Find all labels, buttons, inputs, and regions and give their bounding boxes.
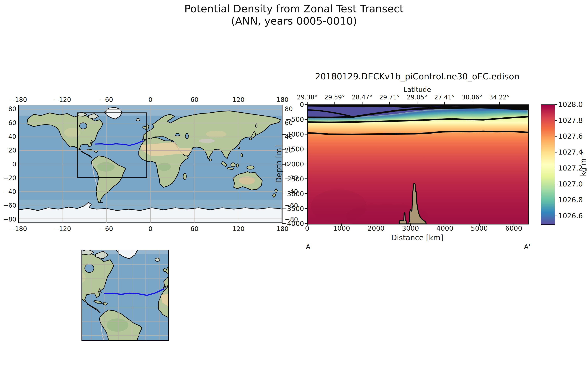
section-y-tick-label: −4000 [281, 220, 304, 227]
section-lat-tick-label: 34.22° [489, 94, 510, 101]
distance-axis-label: Distance [km] [391, 233, 443, 242]
section-y-tick-label: −500 [286, 115, 304, 123]
colorbar-tick-mark [555, 136, 557, 136]
map-gridlines [19, 105, 282, 223]
colorbar-tick-mark [555, 168, 557, 168]
density-section-plot [308, 105, 528, 224]
map-lat-tick-left: 80 [8, 105, 16, 113]
map-lat-tick-left: 60 [8, 119, 16, 126]
map-transect-label-a-prime: A' [142, 136, 147, 143]
latitude-axis-label: Latitude [403, 86, 431, 93]
figure-canvas: Potential Density from Zonal Test Transe… [0, 0, 588, 374]
colorbar-tick-mark [555, 184, 557, 184]
section-lat-tick-mark [417, 102, 417, 104]
section-lat-tick-mark [499, 102, 500, 104]
map-lon-tick-bottom: 60 [190, 225, 199, 232]
map-lon-tick-bottom: −180 [10, 225, 27, 232]
section-y-tick-mark [304, 149, 307, 149]
section-lat-tick-mark [472, 102, 472, 104]
section-y-tick-mark [304, 178, 307, 179]
map-lat-tick-left: 20 [8, 146, 16, 154]
section-y-tick-label: −1500 [281, 145, 304, 153]
section-y-tick-label: 0 [300, 101, 304, 108]
zoom-map [82, 250, 168, 340]
section-x-tick-mark [410, 223, 411, 226]
section-x-tick-mark [445, 223, 445, 226]
colorbar-tick-mark [555, 120, 557, 121]
map-lon-tick-top: −120 [54, 96, 71, 103]
section-title: 20180129.DECKv1b_piControl.ne30_oEC.edis… [315, 72, 520, 82]
colorbar-tick-mark [555, 152, 557, 153]
colorbar-tick-label: 1026.8 [558, 196, 583, 204]
colorbar-tick-label: 1027.0 [558, 180, 583, 188]
section-x-tick-mark [376, 223, 376, 226]
map-lon-tick-bottom: −60 [100, 225, 113, 232]
section-y-tick-label: −2500 [281, 175, 304, 183]
map-lon-tick-bottom: 0 [148, 225, 153, 232]
section-y-tick-label: −1000 [281, 130, 304, 138]
figure-title: Potential Density from Zonal Test Transe… [0, 3, 588, 27]
section-y-tick-label: −3000 [281, 190, 304, 197]
section-y-tick-mark [304, 164, 307, 164]
section-y-tick-mark [304, 193, 307, 194]
map-lon-tick-top: 60 [190, 96, 199, 103]
section-lat-tick-label: 27.41° [434, 94, 455, 101]
map-lat-tick-left: −20 [3, 174, 16, 182]
map-lon-tick-top: 120 [232, 96, 244, 103]
colorbar-tick-label: 1027.6 [558, 132, 583, 140]
section-lat-tick-label: 28.47° [352, 94, 373, 101]
section-y-tick-mark [304, 119, 307, 120]
map-lat-tick-left: 0 [12, 160, 16, 168]
colorbar [541, 104, 555, 225]
section-y-tick-mark [304, 208, 307, 209]
map-lon-tick-top: 0 [148, 96, 153, 103]
map-lon-tick-top: −60 [100, 96, 113, 103]
colorbar-tick-label: 1027.4 [558, 148, 583, 156]
section-x-tick-mark [341, 223, 342, 226]
section-lat-tick-label: 29.05° [407, 94, 428, 101]
section-lat-tick-label: 29.38° [297, 94, 318, 101]
section-y-tick-label: −3500 [281, 205, 304, 212]
section-y-tick-mark [304, 134, 307, 135]
colorbar-tick-label: 1027.2 [558, 164, 583, 172]
world-map-frame [18, 105, 283, 223]
map-lat-tick-left: 40 [8, 133, 16, 140]
section-y-tick-label: −2000 [281, 160, 304, 168]
zoom-map-transect-label-a: A [98, 287, 102, 295]
map-transect-label-a: A [90, 139, 93, 145]
section-lat-tick-label: 29.59° [325, 94, 345, 101]
zoom-map-frame [82, 250, 169, 341]
section-lat-tick-mark [389, 102, 390, 104]
colorbar-tick-mark [555, 200, 557, 200]
map-lon-tick-bottom: 120 [232, 225, 244, 232]
section-x-tick-mark [479, 223, 480, 226]
section-lat-tick-label: 30.06° [462, 94, 483, 101]
map-lon-tick-top: 180 [277, 96, 289, 103]
colorbar-tick-label: 1028.0 [558, 100, 583, 109]
map-lat-tick-right: 80 [285, 105, 293, 113]
colorbar-tick-label: 1027.8 [558, 116, 583, 125]
colorbar-tick-label: 1026.6 [558, 212, 583, 220]
world-map [19, 105, 282, 223]
section-lat-tick-mark [362, 102, 362, 104]
section-x-tick-mark [307, 223, 307, 226]
section-corner-a-prime: A' [524, 243, 530, 251]
section-y-tick-mark [304, 104, 307, 105]
colorbar-tick-mark [555, 104, 557, 105]
figure-title-line2: (ANN, years 0005-0010) [0, 15, 588, 27]
map-lon-tick-top: −180 [10, 96, 27, 103]
section-frame [307, 104, 529, 225]
map-lat-tick-left: −40 [3, 188, 16, 195]
section-y-tick-mark [304, 223, 307, 224]
zoom-map-transect-label-a-prime: A' [163, 283, 169, 291]
map-lat-tick-left: −60 [3, 202, 16, 209]
section-lat-tick-mark [444, 102, 445, 104]
section-lat-tick-label: 29.71° [379, 94, 400, 101]
section-lat-tick-mark [335, 102, 335, 104]
colorbar-tick-mark [555, 216, 557, 216]
section-corner-a: A [306, 243, 311, 251]
figure-title-line1: Potential Density from Zonal Test Transe… [0, 3, 588, 15]
map-lon-tick-bottom: −120 [54, 225, 71, 232]
map-lat-tick-left: −80 [3, 216, 16, 223]
section-x-tick-mark [514, 223, 514, 226]
